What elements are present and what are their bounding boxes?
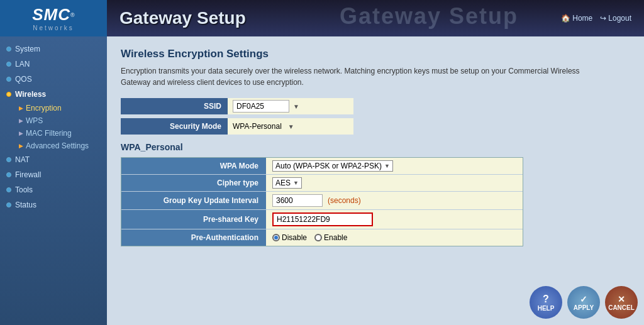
apply-button[interactable]: ✓ APPLY	[567, 286, 600, 319]
sidebar-item-qos[interactable]: QOS	[0, 72, 107, 87]
dot-icon	[6, 157, 11, 162]
main-layout: System LAN QOS Wireless ▶ Encryption ▶ W…	[0, 36, 644, 325]
pre-auth-label: Pre-Authentication	[121, 229, 266, 246]
sidebar-item-firewall[interactable]: Firewall	[0, 167, 107, 182]
select-arrow-icon: ▼	[293, 180, 299, 186]
cipher-type-value: AES ▼	[266, 175, 523, 191]
dot-active-icon	[6, 92, 11, 97]
header-nav: 🏠 Home ↪ Logout	[561, 14, 631, 23]
psk-value	[266, 210, 523, 229]
cipher-type-label: Cipher type	[121, 175, 266, 191]
header: SMC® Networks Gateway Setup Gateway Setu…	[0, 0, 644, 36]
group-key-label: Group Key Update Interval	[121, 192, 266, 209]
ssid-input[interactable]	[233, 100, 289, 113]
cancel-button[interactable]: ✕ CANCEL	[605, 286, 638, 319]
security-mode-value: WPA-Personal ▼	[228, 118, 353, 135]
sidebar: System LAN QOS Wireless ▶ Encryption ▶ W…	[0, 36, 107, 325]
dot-icon	[6, 62, 11, 67]
sidebar-item-nat[interactable]: NAT	[0, 152, 107, 167]
pre-auth-radio-group: Disable Enable	[272, 233, 347, 242]
gateway-bg-text: Gateway Setup	[340, 3, 518, 30]
arrow-gray-icon: ▶	[19, 118, 23, 124]
sidebar-item-system[interactable]: System	[0, 41, 107, 57]
sidebar-sub-encryption[interactable]: ▶ Encryption	[14, 102, 107, 114]
arrow-gray-icon: ▶	[19, 130, 23, 136]
ssid-dropdown-arrow[interactable]: ▼	[293, 103, 299, 110]
gateway-title: Gateway Setup	[119, 8, 246, 28]
logout-icon: ↪	[600, 14, 606, 23]
dot-icon	[6, 77, 11, 82]
group-key-input[interactable]	[272, 194, 323, 207]
seconds-label: (seconds)	[328, 196, 361, 205]
logo-smc: SMC®	[32, 5, 74, 25]
help-icon: ?	[543, 294, 549, 305]
radio-disable-icon	[272, 234, 280, 241]
group-key-value: (seconds)	[266, 192, 523, 209]
wpa-mode-select[interactable]: Auto (WPA-PSK or WPA2-PSK) ▼	[272, 160, 393, 172]
arrow-icon: ▶	[19, 105, 23, 111]
wpa-mode-value: Auto (WPA-PSK or WPA2-PSK) ▼	[266, 158, 523, 174]
pre-auth-row: Pre-Authentication Disable Enable	[121, 229, 523, 246]
page-description: Encryption transmits your data securely …	[121, 65, 611, 88]
sidebar-sub-wps[interactable]: ▶ WPS	[14, 114, 107, 127]
header-title-area: Gateway Setup Gateway Setup 🏠 Home ↪ Log…	[107, 8, 644, 28]
pre-auth-disable[interactable]: Disable	[272, 233, 307, 242]
cipher-type-row: Cipher type AES ▼	[121, 175, 523, 192]
dot-icon	[6, 172, 11, 177]
ssid-label: SSID	[121, 98, 228, 114]
sidebar-item-wireless[interactable]: Wireless	[0, 87, 107, 102]
pre-auth-value: Disable Enable	[266, 229, 523, 246]
sidebar-item-tools[interactable]: Tools	[0, 182, 107, 197]
security-dropdown-arrow[interactable]: ▼	[288, 123, 294, 130]
select-arrow-icon: ▼	[384, 163, 390, 169]
apply-icon: ✓	[580, 294, 587, 304]
wireless-submenu: ▶ Encryption ▶ WPS ▶ MAC Filtering ▶ Adv…	[0, 102, 107, 152]
bottom-buttons: ? HELP ✓ APPLY ✕ CANCEL	[530, 286, 638, 319]
wpa-section-title: WPA_Personal	[121, 142, 630, 152]
logo-area: SMC® Networks	[0, 0, 107, 36]
sidebar-item-status[interactable]: Status	[0, 197, 107, 212]
home-icon: 🏠	[561, 14, 570, 23]
help-button[interactable]: ? HELP	[530, 286, 562, 319]
arrow-icon: ▶	[19, 143, 23, 149]
security-mode-row: Security Mode WPA-Personal ▼	[121, 118, 630, 135]
wpa-mode-label: WPA Mode	[121, 158, 266, 174]
psk-input[interactable]	[272, 212, 373, 226]
sidebar-sub-advanced[interactable]: ▶ Advanced Settings	[14, 140, 107, 152]
sidebar-sub-mac-filtering[interactable]: ▶ MAC Filtering	[14, 127, 107, 140]
dot-icon	[6, 47, 11, 52]
radio-enable-icon	[314, 234, 322, 241]
wpa-table: WPA Mode Auto (WPA-PSK or WPA2-PSK) ▼ Ci…	[121, 157, 523, 246]
cancel-icon: ✕	[618, 294, 625, 304]
dot-icon	[6, 202, 11, 207]
logo-networks: Networks	[33, 25, 74, 31]
ssid-value: ▼	[228, 98, 353, 114]
security-mode-text: WPA-Personal	[233, 122, 282, 131]
group-key-row: Group Key Update Interval (seconds)	[121, 192, 523, 210]
security-mode-label: Security Mode	[121, 118, 228, 135]
dot-icon	[6, 187, 11, 192]
psk-row: Pre-shared Key	[121, 210, 523, 229]
wpa-mode-row: WPA Mode Auto (WPA-PSK or WPA2-PSK) ▼	[121, 158, 523, 175]
page-title: Wireless Encryption Settings	[121, 48, 630, 60]
sidebar-item-lan[interactable]: LAN	[0, 57, 107, 72]
home-link[interactable]: 🏠 Home	[561, 14, 592, 23]
content-area: Wireless Encryption Settings Encryption …	[107, 36, 644, 325]
ssid-row: SSID ▼	[121, 98, 630, 114]
pre-auth-enable[interactable]: Enable	[314, 233, 347, 242]
cipher-type-select[interactable]: AES ▼	[272, 177, 302, 189]
logout-link[interactable]: ↪ Logout	[600, 14, 631, 23]
psk-label: Pre-shared Key	[121, 210, 266, 229]
